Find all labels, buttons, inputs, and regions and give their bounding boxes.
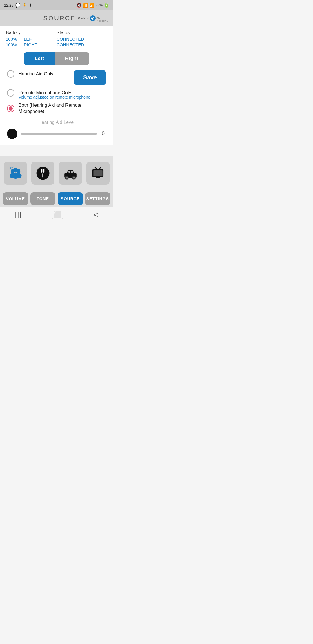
svg-rect-15	[43, 169, 44, 173]
source-options: Hearing Aid Only Save Remote Microphone …	[6, 70, 107, 115]
remote-mic-block: Remote Microphone Only Volume adjusted o…	[7, 89, 106, 100]
hearing-aid-only-option[interactable]: Hearing Aid Only	[7, 70, 74, 78]
scene-section	[0, 156, 113, 190]
svg-point-11	[11, 167, 12, 168]
both-option[interactable]: Both (Hearing Aid and Remote Microphone)	[7, 102, 106, 115]
lr-toggle: Left Right	[6, 52, 107, 65]
slider-label: Hearing Aid Level	[6, 120, 107, 125]
status-column: Status CONNECTED CONNECTED	[57, 30, 107, 48]
svg-rect-17	[42, 173, 43, 177]
right-status-value: CONNECTED	[57, 42, 107, 47]
battery-icon: 🔋	[104, 3, 109, 8]
status-right: 🔇 📶 📶 88% 🔋	[77, 3, 109, 8]
remote-mic-radio[interactable]	[7, 89, 14, 97]
slider-track[interactable]	[21, 133, 97, 135]
svg-point-10	[10, 167, 11, 169]
right-ear-label: RIGHT	[24, 42, 37, 47]
mute-icon: 🔇	[77, 3, 81, 8]
battery-column: Battery 100% LEFT 100% RIGHT	[6, 30, 57, 48]
person-icon: 🧍	[22, 3, 27, 8]
android-menu-icon[interactable]: |||	[15, 211, 22, 218]
status-bar: 12:25 💬 🧍 ⬇ 🔇 📶 📶 88% 🔋	[0, 0, 113, 10]
message-icon: 💬	[15, 3, 20, 8]
slider-value: 0	[100, 131, 106, 137]
battery-status-section: Battery 100% LEFT 100% RIGHT Status CONN…	[6, 30, 107, 48]
tv-icon	[90, 166, 105, 181]
android-nav: ||| ⬜ <	[0, 207, 113, 222]
svg-point-24	[73, 177, 75, 178]
right-tab-button[interactable]: Right	[55, 52, 89, 65]
slider-thumb[interactable]	[7, 129, 17, 139]
left-tab-button[interactable]: Left	[24, 52, 54, 65]
android-back-icon[interactable]: <	[94, 210, 98, 219]
svg-point-3	[92, 18, 93, 19]
scene-tv-button[interactable]	[86, 162, 110, 185]
both-label: Both (Hearing Aid and Remote Microphone)	[19, 102, 106, 115]
battery-pct-status: 88%	[96, 3, 103, 7]
save-button[interactable]: Save	[74, 70, 106, 85]
left-battery-pct: 100%	[6, 37, 19, 41]
brand-icon	[90, 15, 96, 21]
status-label: Status	[57, 30, 107, 35]
hearing-aid-only-radio[interactable]	[7, 70, 14, 78]
people-icon	[8, 166, 23, 181]
brand-sub: MEDICAL	[96, 20, 108, 22]
android-home-icon[interactable]: ⬜	[52, 211, 63, 219]
page-title: SOURCE	[41, 15, 78, 22]
scene-restaurant-button[interactable]	[31, 162, 54, 185]
svg-point-9	[12, 173, 19, 179]
svg-rect-29	[96, 177, 100, 178]
hearing-aid-only-label: Hearing Aid Only	[19, 71, 53, 77]
status-left: 12:25 💬 🧍 ⬇	[4, 3, 32, 8]
brand-prefix: PERS	[78, 17, 89, 20]
source-nav-button[interactable]: SOURCE	[58, 192, 83, 205]
scene-car-button[interactable]	[59, 162, 82, 185]
car-icon	[63, 166, 78, 181]
svg-rect-28	[93, 170, 102, 176]
main-content: Battery 100% LEFT 100% RIGHT Status CONN…	[0, 26, 113, 145]
left-status-value: CONNECTED	[57, 37, 107, 41]
remote-mic-sublabel: Volume adjusted on remote microphone	[19, 95, 106, 100]
brand-logo: PERS NA MEDICAL	[78, 15, 108, 22]
tone-nav-button[interactable]: TONE	[30, 192, 56, 205]
svg-point-8	[13, 168, 18, 172]
wifi-icon: 📶	[83, 3, 88, 8]
svg-line-26	[99, 167, 101, 169]
svg-line-25	[95, 167, 97, 169]
download-icon: ⬇	[29, 3, 32, 8]
settings-nav-button[interactable]: SETTINGS	[85, 192, 110, 205]
left-ear-label: LEFT	[24, 37, 34, 41]
source-option-1-row: Hearing Aid Only Save	[7, 70, 106, 85]
status-time: 12:25	[4, 3, 14, 8]
app-header: SOURCE PERS NA MEDICAL	[0, 10, 113, 26]
slider-row: 0	[6, 129, 107, 139]
right-battery-pct: 100%	[6, 42, 19, 47]
volume-nav-button[interactable]: VOLUME	[3, 192, 28, 205]
restaurant-icon	[35, 166, 50, 181]
svg-rect-14	[41, 169, 42, 173]
brand-suffix-wrap: NA MEDICAL	[96, 15, 108, 22]
right-battery-row: 100% RIGHT	[6, 42, 57, 47]
both-radio-inner	[9, 106, 13, 111]
both-radio[interactable]	[7, 105, 14, 112]
svg-rect-16	[41, 173, 45, 173]
slider-section: Hearing Aid Level 0	[6, 120, 107, 139]
bottom-nav: VOLUME TONE SOURCE SETTINGS	[0, 190, 113, 207]
svg-point-22	[66, 177, 68, 178]
svg-rect-19	[68, 171, 70, 173]
svg-rect-20	[71, 171, 73, 173]
brand-suffix: NA	[96, 16, 102, 19]
scene-people-button[interactable]	[4, 162, 27, 185]
svg-point-12	[13, 166, 14, 167]
left-battery-row: 100% LEFT	[6, 37, 57, 41]
signal-icon: 📶	[89, 3, 94, 8]
battery-label: Battery	[6, 30, 57, 35]
